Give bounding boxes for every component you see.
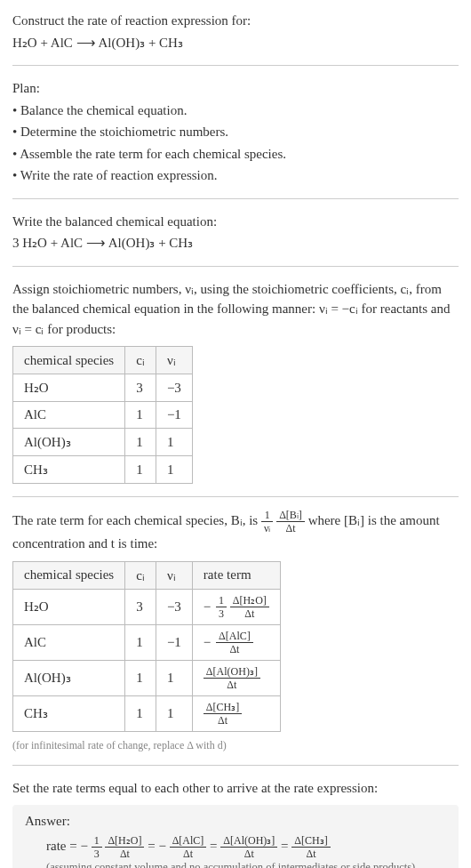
minus-sign: − (204, 635, 211, 650)
divider (12, 765, 459, 766)
frac-den: νᵢ (261, 522, 273, 534)
frac-den: Δt (220, 848, 277, 859)
cell-vi: 1 (156, 660, 192, 695)
frac-den: Δt (291, 848, 330, 859)
table-row: Al(OH)₃ 1 1 Δ[Al(OH)₃] Δt (13, 660, 281, 695)
frac-den: Δt (216, 643, 253, 655)
cell-rate: − Δ[AlC] Δt (192, 624, 280, 660)
cell-ci: 1 (125, 456, 156, 484)
header-ci: cᵢ (125, 347, 156, 374)
cell-ci: 3 (125, 374, 156, 402)
cell-species: Al(OH)₃ (13, 660, 125, 695)
divider (12, 496, 459, 497)
frac-den: Δt (230, 607, 269, 619)
frac-den: Δt (105, 848, 144, 859)
answer-label: Answer: (25, 814, 446, 829)
main-frac: Δ[H₂O] Δt (105, 835, 144, 859)
cell-species: Al(OH)₃ (13, 429, 125, 456)
equation-unbalanced: H₂O + AlC ⟶ Al(OH)₃ + CH₃ (12, 33, 459, 53)
table-header-row: chemical species cᵢ νᵢ (13, 347, 193, 374)
header-ci: cᵢ (125, 561, 156, 589)
table-header-row: chemical species cᵢ νᵢ rate term (13, 561, 281, 589)
frac-num: Δ[Bᵢ] (276, 510, 305, 522)
frac-num: Δ[H₂O] (230, 595, 269, 607)
cell-rate: − 1 3 Δ[H₂O] Δt (192, 589, 280, 624)
table-row: CH₃ 1 1 Δ[CH₃] Δt (13, 695, 281, 731)
frac-den: 3 (92, 848, 102, 859)
frac-den: Δt (276, 522, 305, 534)
rate-frac: Δ[Bᵢ] Δt (276, 510, 305, 534)
cell-ci: 1 (125, 402, 156, 429)
frac-num: Δ[CH₃] (291, 835, 330, 848)
stoich-text: Assign stoichiometric numbers, νᵢ, using… (12, 279, 459, 340)
frac-num: Δ[Al(OH)₃] (204, 666, 260, 679)
frac-den: Δt (204, 714, 242, 726)
divider (12, 65, 459, 66)
plan-item: • Balance the chemical equation. (12, 100, 459, 121)
frac-num: 1 (92, 835, 102, 848)
frac-num: Δ[AlC] (170, 835, 207, 848)
table-row: AlC 1 −1 (13, 402, 193, 429)
rate-text-a: The rate term for each chemical species,… (12, 513, 261, 527)
rate-table: chemical species cᵢ νᵢ rate term H₂O 3 −… (12, 561, 281, 732)
cell-species: CH₃ (13, 695, 125, 731)
table-row: Al(OH)₃ 1 1 (13, 429, 193, 456)
cell-species: CH₃ (13, 456, 125, 484)
table-row: AlC 1 −1 − Δ[AlC] Δt (13, 624, 281, 660)
cell-species: H₂O (13, 374, 125, 402)
header-species: chemical species (13, 347, 125, 374)
cell-rate: Δ[CH₃] Δt (192, 695, 280, 731)
cell-ci: 1 (125, 624, 156, 660)
cell-rate: Δ[Al(OH)₃] Δt (192, 660, 280, 695)
main-frac: Δ[H₂O] Δt (230, 595, 269, 619)
frac-num: Δ[H₂O] (105, 835, 144, 848)
plan-item: • Write the rate of reaction expression. (12, 165, 459, 186)
table-caption: (for infinitesimal rate of change, repla… (12, 739, 459, 752)
main-frac: Δ[Al(OH)₃] Δt (204, 666, 260, 690)
minus-sign: − (204, 599, 211, 615)
main-frac: Δ[AlC] Δt (216, 631, 253, 655)
cell-species: H₂O (13, 589, 125, 624)
frac-num: Δ[AlC] (216, 631, 253, 643)
prompt-title: Construct the rate of reaction expressio… (12, 11, 459, 31)
answer-expression: rate = − 1 3 Δ[H₂O] Δt = − Δ[AlC] Δt = Δ… (46, 834, 446, 859)
table-row: H₂O 3 −3 − 1 3 Δ[H₂O] Δt (13, 589, 281, 624)
divider (12, 266, 459, 267)
cell-vi: 1 (156, 456, 192, 484)
frac-den: Δt (204, 679, 260, 690)
cell-ci: 1 (125, 660, 156, 695)
main-frac: Δ[AlC] Δt (170, 835, 207, 859)
answer-prefix: rate = − (46, 839, 88, 853)
table-row: CH₃ 1 1 (13, 456, 193, 484)
prefrac: 1 3 (216, 595, 227, 619)
plan-label: Plan: (12, 78, 459, 99)
eq-sep: = (281, 839, 291, 853)
answer-box: Answer: rate = − 1 3 Δ[H₂O] Δt = − Δ[AlC… (12, 805, 459, 868)
header-rate: rate term (192, 561, 280, 589)
equation-balanced: 3 H₂O + AlC ⟶ Al(OH)₃ + CH₃ (12, 233, 459, 253)
table-row: H₂O 3 −3 (13, 374, 193, 402)
frac-num: 1 (216, 595, 227, 607)
rate-term-text: The rate term for each chemical species,… (12, 510, 459, 554)
cell-vi: −1 (156, 402, 192, 429)
cell-ci: 3 (125, 589, 156, 624)
cell-species: AlC (13, 402, 125, 429)
prefrac: 1 3 (92, 835, 102, 859)
plan-item: • Assemble the rate term for each chemic… (12, 144, 459, 165)
cell-vi: −1 (156, 624, 192, 660)
cell-vi: −3 (156, 589, 192, 624)
main-frac: Δ[CH₃] Δt (204, 702, 242, 726)
header-species: chemical species (13, 561, 125, 589)
frac-num: Δ[Al(OH)₃] (220, 835, 277, 848)
frac-den: Δt (170, 848, 207, 859)
frac-den: 3 (216, 607, 227, 619)
cell-vi: −3 (156, 374, 192, 402)
cell-vi: 1 (156, 429, 192, 456)
frac-num: Δ[CH₃] (204, 702, 242, 714)
final-label: Set the rate terms equal to each other t… (12, 778, 459, 799)
header-vi: νᵢ (156, 561, 192, 589)
divider (12, 198, 459, 199)
balance-label: Write the balanced chemical equation: (12, 212, 459, 232)
main-frac: Δ[Al(OH)₃] Δt (220, 835, 277, 859)
cell-ci: 1 (125, 429, 156, 456)
